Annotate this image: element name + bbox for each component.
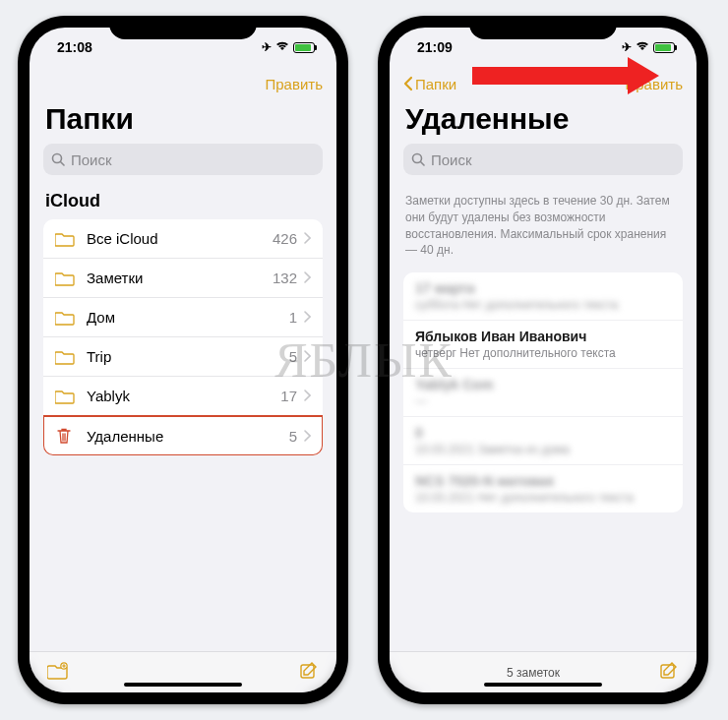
clock: 21:08 [57,39,92,55]
folder-label: Trip [87,348,289,365]
annotation-arrow [472,57,659,92]
folder-label: Заметки [87,270,273,286]
airplane-icon: ✈ [622,40,632,54]
folder-icon [55,389,77,404]
note-list: 17 мартасуббота Нет дополнительного текс… [403,272,683,512]
chevron-right-icon [303,428,311,445]
chevron-right-icon [303,309,311,326]
status-icons: ✈ [622,40,675,54]
note-title: Яблыков Иван Иванович [415,329,671,344]
chevron-right-icon [303,388,311,404]
page-title: Папки [30,100,336,144]
note-row[interactable]: Yablyk Com— [403,369,683,417]
folder-icon [55,270,77,286]
folder-row[interactable]: Заметки132 [43,259,323,298]
notch [469,16,617,39]
search-input[interactable]: Поиск [43,144,323,175]
folder-row-deleted[interactable]: Удаленные5 [43,416,323,455]
clock: 21:09 [417,39,453,55]
folder-icon [55,310,77,326]
edit-button[interactable]: Править [266,76,324,92]
info-text: Заметки доступны здесь в течение 30 дн. … [390,185,697,265]
airplane-icon: ✈ [262,40,272,54]
note-title: 17 марта [415,280,671,296]
svg-line-7 [421,162,425,166]
wifi-icon [275,40,289,54]
folder-count: 132 [273,270,297,286]
folder-icon [55,231,77,247]
nav-bar: Править [30,67,336,100]
status-icons: ✈ [262,40,315,54]
note-subtitle: суббота Нет дополнительного текста [415,298,671,312]
footer-count: 5 заметок [407,666,659,680]
search-placeholder: Поиск [71,151,112,168]
compose-button[interactable] [659,661,679,684]
back-label: Папки [415,76,456,92]
folder-row[interactable]: Дом1 [43,298,323,337]
folder-label: Yablyk [87,388,280,404]
note-row[interactable]: 010.03.2021 Заметка из дома [403,417,683,465]
notch [109,16,257,39]
folder-row[interactable]: Yablyk17 [43,377,323,416]
note-row[interactable]: 17 мартасуббота Нет дополнительного текс… [403,272,683,321]
wifi-icon [636,40,649,54]
folder-count: 5 [289,348,297,365]
back-button[interactable]: Папки [403,76,456,92]
battery-icon [653,42,675,53]
chevron-right-icon [303,230,311,247]
search-placeholder: Поиск [431,151,472,168]
home-indicator[interactable] [484,683,602,687]
folder-count: 5 [289,428,297,445]
search-icon [51,152,65,166]
search-input[interactable]: Поиск [403,144,683,175]
folder-count: 17 [280,388,297,404]
note-subtitle: 10.03.2021 Нет дополнительного текста [415,491,671,505]
svg-line-1 [61,162,65,166]
note-subtitle: 10.03.2021 Заметка из дома [415,443,671,456]
phone-right: 21:09 ✈ Папки Править Удаленные [378,16,708,704]
chevron-right-icon [303,270,311,286]
note-row[interactable]: Яблыков Иван Ивановиччетверг Нет дополни… [403,321,683,369]
trash-icon [55,427,77,445]
note-title: NCS 7020-N матовая [415,473,671,489]
chevron-right-icon [303,348,311,365]
folder-list: Все iCloud426Заметки132Дом1Trip5Yablyk17… [43,219,323,455]
chevron-left-icon [403,76,413,91]
new-folder-button[interactable] [47,662,69,683]
note-subtitle: четверг Нет дополнительного текста [415,346,671,360]
note-title: Yablyk Com [415,377,671,392]
folder-label: Удаленные [87,428,289,445]
folder-count: 1 [289,309,297,326]
section-header: iCloud [30,185,336,211]
folder-label: Все iCloud [87,230,273,247]
folder-row[interactable]: Все iCloud426 [43,219,323,259]
battery-icon [293,42,315,53]
folder-row[interactable]: Trip5 [43,337,323,377]
page-title: Удаленные [390,100,697,144]
note-title: 0 [415,425,671,441]
search-icon [411,152,425,166]
folder-icon [55,349,77,365]
folder-count: 426 [273,230,297,247]
note-row[interactable]: NCS 7020-N матовая10.03.2021 Нет дополни… [403,465,683,512]
home-indicator[interactable] [124,683,242,687]
folder-label: Дом [87,309,289,326]
compose-button[interactable] [299,661,319,684]
note-subtitle: — [415,394,671,408]
phone-left: 21:08 ✈ Править Папки Поиск iCloud Все [18,16,348,704]
